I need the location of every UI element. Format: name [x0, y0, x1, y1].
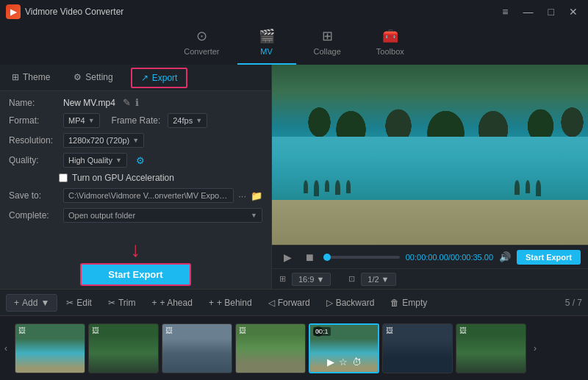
start-export-small-button[interactable]: Start Export [517, 250, 581, 265]
trim-button[interactable]: ✂ Trim [101, 295, 143, 311]
stop-button[interactable]: ⏹ [301, 251, 318, 263]
timeline-item-6[interactable]: 🖼 [382, 323, 453, 373]
page-arrow: ▼ [381, 275, 390, 284]
left-panel: ⊞ Theme ⚙ Setting ↗ Export Name: New MV.… [0, 65, 272, 289]
format-select[interactable]: MP4 ▼ [63, 113, 100, 128]
setting-label: Setting [85, 72, 112, 82]
thumb-3-overlay: 🖼 [162, 324, 232, 373]
title-bar-controls: ≡ — □ ✕ [498, 4, 582, 19]
framerate-select[interactable]: 24fps ▼ [168, 113, 207, 128]
timeline-item-5[interactable]: 00:1 ✕ ▶ ☆ ⏱ [309, 323, 379, 373]
quality-value: High Quality [68, 156, 112, 165]
toolbox-icon: 🧰 [382, 28, 398, 44]
ratio-value: 16:9 [298, 275, 314, 284]
empty-button[interactable]: 🗑 Empty [383, 295, 434, 311]
menu-icon[interactable]: ≡ [498, 4, 512, 19]
thumb-play-icon[interactable]: ▶ [327, 356, 334, 368]
deck-overlay [272, 200, 588, 245]
thumb-1-overlay: 🖼 [15, 324, 85, 373]
format-value: MP4 [68, 116, 85, 125]
person-1 [304, 180, 308, 193]
complete-select[interactable]: Open output folder ▼ [63, 208, 262, 223]
add-button[interactable]: + Add ▼ [6, 294, 57, 312]
export-tab[interactable]: ↗ Export [131, 68, 188, 88]
trash-icon: 🗑 [390, 298, 399, 308]
progress-bar[interactable] [323, 256, 400, 259]
thumb-4-icon: 🖼 [239, 326, 246, 334]
person-7 [526, 180, 530, 193]
thumb-5-controls: ▶ ☆ ⏱ [313, 356, 375, 370]
info-icon[interactable]: ℹ [135, 97, 139, 108]
quality-gear-icon[interactable]: ⚙ [136, 155, 145, 166]
setting-icon: ⚙ [74, 72, 82, 82]
saveto-path[interactable]: C:\Vidmore\Vidmore V...onverter\MV Expor… [63, 188, 234, 203]
trim-label: Trim [118, 298, 136, 308]
ratio-select[interactable]: 16:9 ▼ [292, 273, 331, 286]
video-controls: ▶ ⏹ 00:00:00.00/00:00:35.00 🔊 Start Expo… [272, 245, 588, 268]
start-export-button[interactable]: Start Export [80, 263, 190, 286]
saveto-row: Save to: C:\Vidmore\Vidmore V...onverter… [9, 188, 262, 203]
page-select[interactable]: 1/2 ▼ [361, 273, 395, 286]
tab-collage-label: Collage [314, 47, 341, 56]
maximize-button[interactable]: □ [544, 4, 559, 19]
people-area [304, 180, 351, 196]
more-icon[interactable]: ··· [238, 190, 246, 201]
gpu-label: Turn on GPU Acceleration [72, 173, 174, 183]
backward-button[interactable]: ▷ Backward [319, 295, 382, 311]
edit-button[interactable]: ✂ Edit [59, 295, 99, 311]
converter-icon: ⊙ [196, 28, 207, 44]
timeline-prev[interactable]: ‹ [0, 316, 12, 380]
progress-dot [323, 254, 331, 261]
behind-button[interactable]: + + Behind [201, 295, 259, 311]
volume-icon[interactable]: 🔊 [499, 251, 511, 262]
edit-name-icon[interactable]: ✎ [123, 97, 131, 108]
quality-row: Quality: High Quality ▼ ⚙ [9, 153, 262, 168]
tab-collage[interactable]: ⊞ Collage [296, 22, 359, 65]
ahead-button[interactable]: + + Ahead [145, 295, 200, 311]
person-4 [335, 180, 340, 195]
setting-tab[interactable]: ⚙ Setting [62, 65, 124, 90]
form-area: Name: New MV.mp4 ✎ ℹ Format: MP4 ▼ Frame… [0, 91, 271, 234]
ratio-arrow: ▼ [316, 275, 324, 284]
close-button[interactable]: ✕ [564, 4, 582, 19]
timeline-next[interactable]: › [529, 316, 541, 380]
behind-icon: + [209, 298, 214, 308]
timeline-item-2[interactable]: 🖼 [88, 323, 159, 373]
tab-converter[interactable]: ⊙ Converter [166, 22, 237, 65]
quality-select[interactable]: High Quality ▼ [63, 153, 127, 168]
thumb-5-top: 00:1 ✕ [313, 326, 375, 337]
folder-icon[interactable]: 📁 [251, 190, 262, 201]
timeline-item-1[interactable]: 🖼 [15, 323, 85, 373]
video-controls-2: ⊞ 16:9 ▼ ⊡ 1/2 ▼ [272, 268, 588, 289]
tab-mv-label: MV [260, 47, 273, 56]
theme-label: Theme [23, 72, 50, 82]
timeline: ‹ 🖼 🖼 🖼 [0, 315, 588, 380]
timeline-item-7[interactable]: 🖼 [456, 323, 526, 373]
forward-button[interactable]: ◁ Forward [261, 295, 318, 311]
ahead-label: + Ahead [160, 298, 193, 308]
gpu-checkbox[interactable] [59, 173, 68, 182]
theme-tab[interactable]: ⊞ Theme [0, 65, 62, 90]
thumb-star-icon[interactable]: ☆ [339, 356, 348, 368]
video-preview [272, 65, 588, 245]
empty-label: Empty [402, 298, 427, 308]
thumb-clock-icon[interactable]: ⏱ [352, 356, 362, 368]
timeline-items: 🖼 🖼 🖼 [12, 316, 529, 380]
timeline-item-3[interactable]: 🖼 [162, 323, 232, 373]
timeline-item-4[interactable]: 🖼 [235, 323, 306, 373]
page-icon: ⊡ [348, 274, 355, 284]
person-6 [514, 180, 520, 195]
tab-toolbox[interactable]: 🧰 Toolbox [359, 22, 422, 65]
play-button[interactable]: ▶ [279, 251, 295, 263]
tab-converter-label: Converter [184, 47, 219, 56]
resolution-label: Resolution: [9, 135, 59, 146]
person-8 [536, 180, 541, 196]
complete-arrow: ▼ [251, 212, 257, 219]
resolution-select[interactable]: 1280x720 (720p) ▼ [63, 133, 144, 148]
tab-mv[interactable]: 🎬 MV [237, 22, 296, 65]
forward-label: Forward [278, 298, 310, 308]
minimize-button[interactable]: — [519, 4, 538, 19]
app-icon: ▶ [6, 4, 21, 19]
mv-icon: 🎬 [259, 28, 275, 44]
complete-row: Complete: Open output folder ▼ [9, 208, 262, 223]
